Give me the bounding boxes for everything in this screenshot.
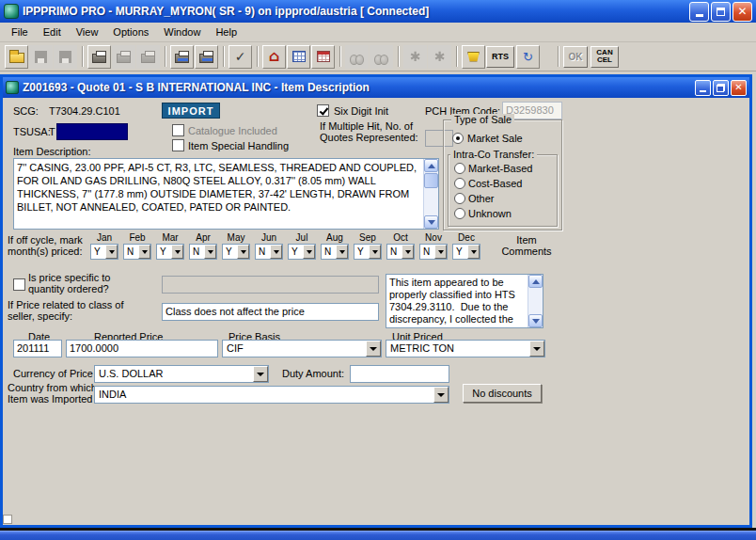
- month-feb-dropdown[interactable]: N: [123, 244, 151, 260]
- catalogue-included-checkbox[interactable]: [172, 124, 184, 136]
- print-form-icon: [199, 54, 213, 63]
- menu-edit[interactable]: Edit: [36, 24, 69, 40]
- chevron-down-icon[interactable]: [303, 245, 315, 259]
- market-based-radio[interactable]: [454, 163, 465, 174]
- close-button[interactable]: ✕: [732, 2, 752, 22]
- chevron-down-icon[interactable]: [105, 245, 118, 259]
- price-specific-checkbox[interactable]: [13, 278, 25, 291]
- import-button[interactable]: IMPORT: [162, 103, 220, 119]
- cost-based-radio[interactable]: [454, 178, 465, 189]
- chevron-down-icon[interactable]: [336, 245, 348, 259]
- date-field[interactable]: 201111: [13, 340, 62, 357]
- tsusa-field[interactable]: [56, 123, 128, 140]
- month-jul-dropdown[interactable]: Y: [288, 244, 316, 260]
- class-of-seller-label: If Price related to class of seller, spe…: [8, 299, 124, 322]
- maximize-button[interactable]: [711, 2, 731, 22]
- chevron-down-icon[interactable]: [529, 341, 544, 357]
- chevron-down-icon[interactable]: [204, 245, 216, 259]
- other-radio[interactable]: [454, 193, 465, 204]
- child-close-button[interactable]: ✕: [731, 80, 747, 96]
- market-sale-radio[interactable]: [452, 133, 464, 144]
- scroll-thumb[interactable]: [424, 173, 438, 188]
- rts-button[interactable]: RTS: [486, 46, 514, 68]
- chevron-down-icon[interactable]: [366, 341, 381, 357]
- print-button[interactable]: [87, 45, 111, 69]
- ok-button[interactable]: OK: [563, 46, 588, 68]
- month-apr-dropdown[interactable]: N: [189, 244, 217, 260]
- chevron-down-icon[interactable]: [138, 245, 150, 259]
- menu-file[interactable]: File: [4, 24, 36, 40]
- process-all-button[interactable]: ✱: [428, 45, 451, 69]
- cancel-button[interactable]: CAN CEL: [591, 46, 619, 68]
- item-special-handling-checkbox[interactable]: [172, 139, 184, 151]
- chevron-down-icon[interactable]: [434, 245, 447, 259]
- item-description-textarea[interactable]: 7'' CASING, 23.00 PPF, API-5 CT, R3, LTC…: [13, 158, 439, 230]
- scroll-up-button[interactable]: [528, 275, 543, 288]
- quantity-field[interactable]: [162, 276, 379, 294]
- month-aug-dropdown[interactable]: N: [321, 244, 349, 260]
- find-next-button[interactable]: [370, 45, 393, 69]
- menu-help[interactable]: Help: [208, 24, 244, 40]
- chevron-down-icon[interactable]: [270, 245, 282, 259]
- refresh-button[interactable]: ↻: [516, 45, 540, 69]
- title-bar[interactable]: IPPPRIMO PRO - MURRAY_MYRON( SR - 9) on …: [0, 0, 756, 23]
- calendar-button[interactable]: [311, 45, 335, 69]
- country-dropdown[interactable]: INDIA: [94, 386, 449, 404]
- no-discounts-button[interactable]: No discounts: [463, 384, 542, 403]
- chevron-down-icon[interactable]: [171, 245, 183, 259]
- reported-price-field[interactable]: 1700.0000: [66, 340, 218, 357]
- item-comments-scrollbar[interactable]: [528, 275, 543, 327]
- find-button[interactable]: [345, 45, 369, 69]
- print-setup-button[interactable]: [136, 45, 160, 69]
- month-sep-dropdown[interactable]: Y: [354, 244, 382, 260]
- month-jun-dropdown[interactable]: N: [255, 244, 283, 260]
- scroll-up-button[interactable]: [424, 159, 438, 172]
- month-may-dropdown[interactable]: Y: [222, 244, 250, 260]
- month-jun: Jun N: [255, 232, 283, 260]
- save-button[interactable]: [29, 45, 53, 69]
- chevron-down-icon[interactable]: [433, 387, 449, 403]
- currency-dropdown[interactable]: U.S. DOLLAR: [94, 365, 269, 383]
- home-button[interactable]: ⌂: [262, 45, 286, 69]
- item-comments-textarea[interactable]: This item appeared to be properly classi…: [386, 274, 543, 328]
- taskbar[interactable]: [0, 531, 756, 540]
- item-description-scrollbar[interactable]: [423, 159, 438, 229]
- menu-window[interactable]: Window: [156, 24, 208, 40]
- print-report-button[interactable]: [170, 45, 194, 69]
- six-digit-checkbox[interactable]: [317, 104, 329, 117]
- print-form-button[interactable]: [195, 45, 218, 69]
- chevron-down-icon[interactable]: [467, 245, 480, 259]
- chevron-down-icon[interactable]: [369, 245, 381, 259]
- chevron-down-icon[interactable]: [253, 366, 268, 382]
- unit-priced-dropdown[interactable]: METRIC TON: [386, 340, 545, 357]
- validate-button[interactable]: ✓: [228, 45, 252, 69]
- open-button[interactable]: [5, 45, 28, 69]
- month-nov-dropdown[interactable]: N: [419, 244, 448, 260]
- child-restore-button[interactable]: [713, 80, 729, 96]
- month-mar-dropdown[interactable]: Y: [156, 244, 184, 260]
- grid-button[interactable]: [287, 45, 310, 69]
- duty-amount-field[interactable]: [350, 365, 449, 383]
- quote-window-title-bar[interactable]: Z001693 - Quote 01 - S B INTERNATIONAL I…: [3, 77, 749, 98]
- open-folder-icon: [9, 53, 24, 63]
- toolbar-separator: [165, 46, 166, 67]
- chevron-down-icon[interactable]: [402, 245, 414, 259]
- minimize-button[interactable]: [689, 2, 709, 22]
- month-dec-dropdown[interactable]: Y: [452, 244, 480, 260]
- process-button[interactable]: ✱: [403, 45, 427, 69]
- month-jan-dropdown[interactable]: Y: [90, 244, 118, 260]
- child-minimize-button[interactable]: [695, 80, 711, 96]
- save-all-button[interactable]: [54, 45, 77, 69]
- class-of-seller-field[interactable]: Class does not affect the price: [162, 303, 379, 321]
- scroll-down-button[interactable]: [528, 314, 543, 327]
- price-basis-dropdown[interactable]: CIF: [222, 340, 382, 357]
- unknown-radio[interactable]: [454, 208, 465, 219]
- menu-view[interactable]: View: [69, 24, 106, 40]
- chevron-down-icon[interactable]: [237, 245, 249, 259]
- menu-options[interactable]: Options: [105, 24, 156, 40]
- month-oct-dropdown[interactable]: N: [386, 244, 415, 260]
- scroll-down-button[interactable]: [424, 215, 438, 229]
- bucket-button[interactable]: [462, 45, 485, 69]
- toolbar-separator: [456, 46, 458, 67]
- print-preview-button[interactable]: [112, 45, 135, 69]
